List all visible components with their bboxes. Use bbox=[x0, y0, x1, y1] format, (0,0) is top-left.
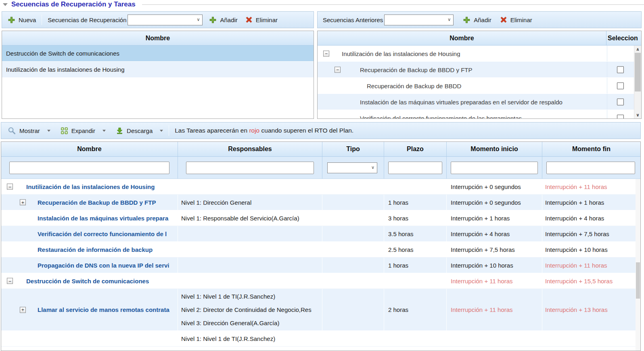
show-menu-button[interactable]: Mostrar bbox=[8, 127, 50, 135]
column-header-nombre[interactable]: Nombre bbox=[318, 35, 606, 42]
download-icon bbox=[116, 127, 123, 134]
collapse-triangle-icon[interactable] bbox=[3, 3, 8, 6]
delete-previous-button[interactable]: Eliminar bbox=[500, 17, 532, 23]
download-menu-button[interactable]: Descarga bbox=[116, 127, 163, 134]
task-name[interactable]: Instalación de las máquinas virtuales pr… bbox=[1, 215, 178, 222]
new-sequence-button[interactable]: Nueva bbox=[8, 17, 36, 23]
task-name[interactable]: Restauración de información de backup bbox=[1, 246, 178, 253]
delete-x-icon bbox=[246, 17, 252, 23]
select-column-divider bbox=[607, 62, 607, 77]
tasks-scrollbar[interactable] bbox=[636, 179, 640, 351]
previous-grid-bodywrap: − Inutilización de las instalaciones de … bbox=[318, 46, 641, 118]
expander-icon[interactable]: − bbox=[335, 66, 341, 73]
column-header-responsables[interactable]: Responsables bbox=[178, 142, 322, 156]
task-momento-inicio bbox=[446, 331, 542, 346]
expander-icon[interactable]: − bbox=[7, 278, 13, 284]
task-row[interactable]: − Destrucción de Switch de comunicacione… bbox=[1, 273, 640, 289]
expand-menu-button[interactable]: Expandir bbox=[61, 127, 106, 134]
task-name[interactable]: Inutilización de las instalaciones de Ho… bbox=[1, 183, 178, 190]
sequence-name: Verificación del correcto funcionamiento… bbox=[360, 114, 597, 118]
previous-scrollbar[interactable]: ∧ ∨ bbox=[634, 46, 641, 118]
task-responsables bbox=[178, 258, 322, 273]
tasks-grid-body: − Inutilización de las instalaciones de … bbox=[1, 179, 640, 351]
select-checkbox[interactable] bbox=[617, 114, 624, 118]
sequence-row[interactable]: Inutilización de las instalaciones de Ho… bbox=[2, 62, 314, 78]
task-name[interactable]: Verificación del correcto funcionamiento… bbox=[1, 231, 178, 237]
filter-momento-inicio-input[interactable] bbox=[451, 162, 538, 174]
previous-sequences-combo[interactable]: ∨ bbox=[384, 15, 454, 25]
task-momento-fin: Interrupción + 1 horas bbox=[542, 195, 640, 210]
filter-momento-fin-input[interactable] bbox=[546, 162, 635, 174]
recovery-toolbar: Nueva Secuencias de Recuperación ∨ Añadi… bbox=[2, 11, 314, 28]
task-row[interactable]: Propagación de DNS con la nueva IP del s… bbox=[1, 258, 640, 273]
add-previous-button[interactable]: Añadir bbox=[463, 17, 491, 23]
scrollbar-thumb[interactable] bbox=[636, 262, 640, 299]
task-row[interactable]: + Llamar al servicio de manos remotas co… bbox=[1, 289, 640, 331]
combo-chevron-icon: ∨ bbox=[197, 17, 200, 22]
column-header-seleccion[interactable]: Seleccion bbox=[606, 31, 641, 45]
previous-sequence-row[interactable]: Verificación del correcto funcionamiento… bbox=[318, 110, 634, 118]
task-row[interactable]: − Inutilización de las instalaciones de … bbox=[1, 179, 640, 195]
title-rule bbox=[142, 4, 644, 5]
column-header-momento-inicio[interactable]: Momento inicio bbox=[446, 142, 542, 156]
select-checkbox[interactable] bbox=[617, 66, 624, 73]
task-row[interactable]: Instalación de las máquinas virtuales pr… bbox=[1, 210, 640, 226]
select-checkbox[interactable] bbox=[617, 82, 624, 89]
column-header-tipo[interactable]: Tipo bbox=[322, 142, 384, 156]
add-sequence-button[interactable]: Añadir bbox=[209, 17, 237, 23]
task-responsables: Nivel 1: Nivel 1 de TI(J.R.Sanchez) bbox=[178, 331, 322, 346]
expander-icon[interactable]: − bbox=[323, 50, 329, 56]
task-name-cell: Propagación de DNS con la nueva IP del s… bbox=[1, 258, 178, 273]
expander-icon[interactable]: − bbox=[7, 184, 13, 190]
filter-responsables-input[interactable] bbox=[186, 162, 314, 174]
task-row[interactable]: Nivel 1: Nivel 1 de TI(J.R.Sanchez) bbox=[1, 331, 640, 347]
sequence-name: Recuperación de Backup de BBDD y FTP bbox=[360, 66, 597, 73]
task-name[interactable]: Destrucción de Switch de comunicaciones bbox=[1, 278, 178, 285]
scrollbar-thumb[interactable] bbox=[635, 53, 641, 91]
previous-sequence-row[interactable]: Recuperación de Backup de BBDD bbox=[318, 78, 634, 94]
plus-icon bbox=[463, 17, 470, 23]
previous-sequence-row[interactable]: − Recuperación de Backup de BBDD y FTP bbox=[318, 62, 634, 78]
scroll-down-icon[interactable]: ∨ bbox=[634, 112, 641, 118]
filter-plazo-input[interactable] bbox=[388, 162, 442, 174]
filter-nombre-input[interactable] bbox=[9, 162, 169, 174]
page-title: Secuencias de Recuperación y Tareas bbox=[11, 0, 136, 8]
tasks-grid: Nombre Responsables Tipo Plazo Momento i… bbox=[1, 141, 641, 351]
task-name-cell: − Destrucción de Switch de comunicacione… bbox=[1, 273, 178, 289]
delete-sequence-button[interactable]: Eliminar bbox=[246, 17, 278, 23]
task-momento-inicio: Interrupción + 11 horas bbox=[446, 273, 542, 289]
column-header-momento-fin[interactable]: Momento fin bbox=[542, 142, 640, 156]
toolbar-separator bbox=[42, 15, 42, 25]
task-tipo bbox=[322, 179, 384, 194]
filter-tipo-select[interactable]: ∨ bbox=[327, 162, 377, 173]
task-responsables bbox=[178, 179, 322, 194]
expander-icon[interactable]: + bbox=[20, 307, 26, 313]
recovery-sequence-combo[interactable]: ∨ bbox=[128, 15, 203, 25]
delete-sequence-label: Eliminar bbox=[256, 17, 278, 23]
expander-icon[interactable]: + bbox=[20, 199, 26, 206]
sequence-name: Destrucción de Switch de comunicaciones bbox=[6, 50, 119, 57]
task-row[interactable]: + Recuperación de Backup de BBDD y FTP N… bbox=[1, 195, 640, 210]
task-momento-inicio: Interrupción + 4 horas bbox=[446, 226, 542, 241]
task-tipo bbox=[322, 195, 384, 210]
task-plazo: 2 horas bbox=[384, 289, 446, 330]
previous-sequence-row[interactable]: Instalación de las máquinas virtuales pr… bbox=[318, 94, 634, 110]
task-plazo: 1 horas bbox=[384, 258, 446, 273]
scroll-up-icon[interactable]: ∧ bbox=[634, 46, 641, 52]
recovery-combo-label: Secuencias de Recuperación bbox=[48, 17, 126, 23]
task-name[interactable]: Llamar al servicio de manos remotas cont… bbox=[1, 306, 178, 313]
select-checkbox[interactable] bbox=[617, 98, 624, 105]
sequence-row[interactable]: Destrucción de Switch de comunicaciones bbox=[2, 46, 314, 62]
task-name[interactable]: Recuperación de Backup de BBDD y FTP bbox=[1, 199, 178, 206]
task-row[interactable]: Restauración de información de backup 2.… bbox=[1, 242, 640, 258]
column-header-nombre[interactable]: Nombre bbox=[2, 35, 314, 42]
task-momento-fin: Interrupción + 10 horas bbox=[542, 242, 640, 257]
column-header-plazo[interactable]: Plazo bbox=[384, 142, 446, 156]
select-column-divider bbox=[607, 78, 607, 93]
task-row[interactable]: Verificación del correcto funcionamiento… bbox=[1, 226, 640, 242]
column-header-nombre[interactable]: Nombre bbox=[1, 142, 178, 156]
caret-down-icon bbox=[47, 130, 50, 132]
recovery-grid: Nombre Destrucción de Switch de comunica… bbox=[2, 31, 314, 119]
previous-sequence-row[interactable]: − Inutilización de las instalaciones de … bbox=[318, 46, 634, 62]
task-name[interactable]: Propagación de DNS con la nueva IP del s… bbox=[1, 262, 178, 269]
